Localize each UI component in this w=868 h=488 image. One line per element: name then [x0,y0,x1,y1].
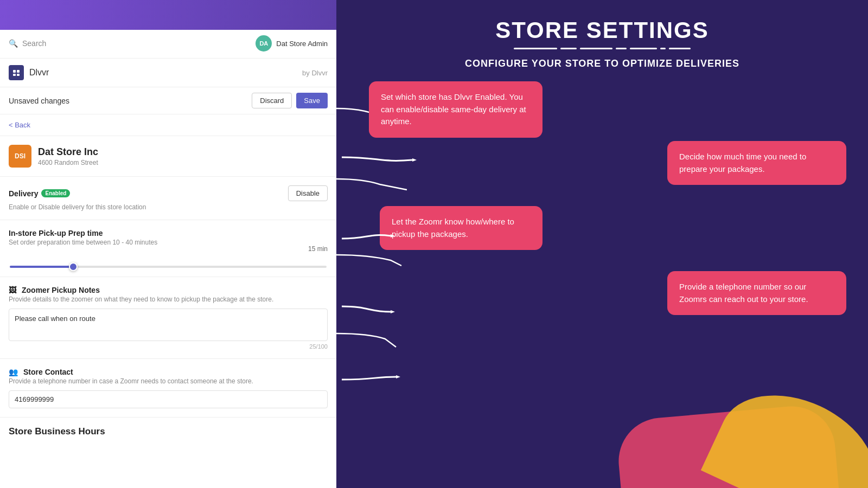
prep-time-title: In-store Pick-up Prep time [9,229,328,237]
notes-value: Please call when on route [15,314,95,323]
underline-seg [560,48,577,49]
notes-section: 🖼 Zoomer Pickup Notes Provide details to… [0,277,336,359]
action-buttons: Discard Save [252,93,328,108]
delivery-badge: Enabled [41,189,70,197]
svg-rect-0 [13,70,16,73]
underline-seg [580,48,612,49]
unsaved-changes-bar: Unsaved changes Discard Save [0,87,336,114]
notes-desc: Provide details to the zoomer on what th… [9,296,328,303]
slider-fill [10,266,73,268]
discard-button[interactable]: Discard [252,93,292,108]
right-header: STORE SETTINGS CONFIGURE YOUR STORE TO O… [336,0,868,80]
right-panel: STORE SETTINGS CONFIGURE YOUR STORE TO O… [336,0,868,488]
unsaved-label: Unsaved changes [9,97,69,105]
prep-time-section: In-store Pick-up Prep time Set order pre… [0,220,336,277]
store-address: 4600 Random Street [38,159,98,166]
underline-seg [660,48,666,49]
contact-input[interactable]: 4169999999 [9,390,328,408]
delivery-desc: Enable or Disable delivery for this stor… [9,203,328,211]
save-button[interactable]: Save [296,93,328,108]
plugin-title: Dlvvr [29,68,49,78]
prep-time-desc: Set order preparation time between 10 - … [9,239,328,246]
underline-seg [616,48,627,49]
contact-section: 👥 Store Contact Provide a telephone numb… [0,359,336,418]
svg-rect-2 [13,74,16,76]
notes-title: 🖼 Zoomer Pickup Notes [9,286,328,294]
right-subtitle: CONFIGURE YOUR STORE TO OPTIMIZE DELIVER… [358,58,846,69]
contact-value: 4169999999 [15,395,54,403]
bubble-1: Set which store has Dlvvr Enabled. You c… [369,81,542,138]
search-label: Search [22,39,46,48]
user-badge: DA Dat Store Admin [256,35,328,52]
delivery-title: Delivery Enabled [9,189,70,198]
slider-track [10,266,327,268]
prep-time-slider-container: 15 min [9,255,328,268]
plugin-by: by Dlvvr [302,69,328,77]
store-info: Dat Store Inc 4600 Random Street [38,146,98,166]
top-bar: 🔍 Search DA Dat Store Admin [0,29,336,59]
delivery-header: Delivery Enabled Disable [9,185,328,201]
title-underline [358,48,846,49]
wave-yellow [701,372,868,488]
store-name: Dat Store Inc [38,146,98,158]
slider-thumb[interactable] [69,262,78,271]
underline-seg [630,48,657,49]
delivery-section: Delivery Enabled Disable Enable or Disab… [0,177,336,220]
bubbles-area: Set which store has Dlvvr Enabled. You c… [336,76,868,488]
contact-icon: 👥 [9,368,18,376]
notes-textarea[interactable]: Please call when on route [9,309,328,341]
back-link[interactable]: < Back [0,114,336,136]
plugin-icon [9,65,24,80]
notes-char-count: 25/100 [9,343,328,350]
slider-value: 15 min [308,245,328,253]
store-header: DSI Dat Store Inc 4600 Random Street [0,136,336,177]
avatar: DA [256,35,272,52]
contact-title: 👥 Store Contact [9,368,328,376]
bubble-4: Provide a telephone number so our Zoomrs… [667,271,846,315]
underline-seg [514,48,557,49]
search-icon: 🔍 [9,39,18,48]
left-panel: 🔍 Search DA Dat Store Admin Dlvvr by Dlv… [0,0,336,488]
user-name: Dat Store Admin [276,40,328,48]
search-box[interactable]: 🔍 Search [9,39,46,48]
disable-button[interactable]: Disable [288,185,328,201]
page-title: STORE SETTINGS [358,17,846,43]
svg-rect-1 [17,70,20,73]
notes-icon: 🖼 [9,286,16,294]
underline-seg [669,48,691,49]
biz-hours-title: Store Business Hours [9,426,328,437]
plugin-name-area: Dlvvr [9,65,49,80]
bubble-3: Let the Zoomr know how/where to pickup t… [380,206,542,250]
bubble-2: Decide how much time you need to prepare… [667,141,846,185]
plugin-title-bar: Dlvvr by Dlvvr [0,59,336,87]
contact-desc: Provide a telephone number in case a Zoo… [9,377,328,385]
biz-hours-section: Store Business Hours [0,418,336,446]
store-logo: DSI [9,145,31,168]
svg-rect-3 [17,74,20,76]
